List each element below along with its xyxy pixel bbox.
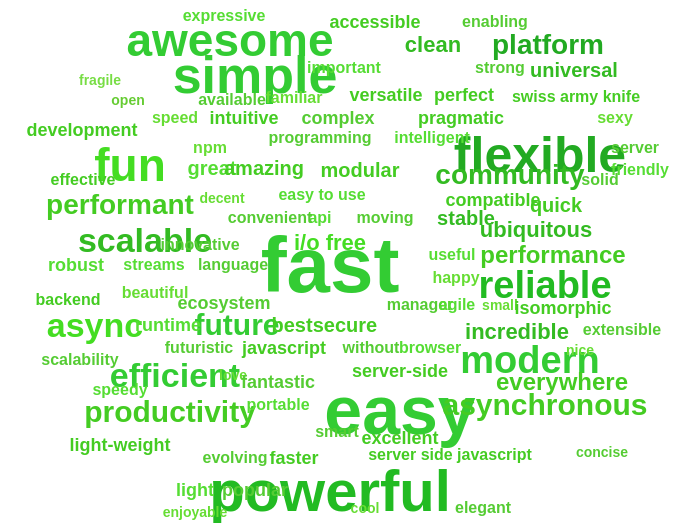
word-item: robust xyxy=(48,255,104,276)
word-item: server-side xyxy=(352,361,448,382)
word-item: speedy xyxy=(92,381,147,399)
word-item: scalability xyxy=(41,351,118,369)
word-item: programming xyxy=(268,129,371,147)
word-item: server side javascript xyxy=(368,446,532,464)
word-item: performant xyxy=(46,189,194,221)
word-item: pragmatic xyxy=(418,108,504,129)
word-item: browser xyxy=(399,339,461,357)
word-item: ubiquitous xyxy=(480,217,592,243)
word-item: extensible xyxy=(583,321,661,339)
word-item: runtime xyxy=(135,315,201,336)
word-item: best xyxy=(271,314,312,337)
word-item: convenient xyxy=(228,209,312,227)
word-item: concise xyxy=(576,444,628,460)
word-item: streams xyxy=(123,256,184,274)
word-item: modular xyxy=(321,159,400,182)
word-item: important xyxy=(307,59,381,77)
word-item: speed xyxy=(152,109,198,127)
word-item: platform xyxy=(492,29,604,61)
word-item: productivity xyxy=(84,395,256,429)
word-item: without xyxy=(343,339,400,357)
word-item: evolving xyxy=(203,449,268,467)
word-item: friendly xyxy=(611,161,669,179)
word-item: language xyxy=(198,256,268,274)
word-item: javascript xyxy=(242,338,326,359)
word-item: futuristic xyxy=(165,339,233,357)
word-item: smart xyxy=(315,423,359,441)
word-item: async xyxy=(47,306,143,345)
word-item: intuitive xyxy=(209,108,278,129)
word-item: accessible xyxy=(329,12,420,33)
word-item: decent xyxy=(199,190,244,206)
word-item: fragile xyxy=(79,72,121,88)
word-item: everywhere xyxy=(496,368,628,396)
word-item: versatile xyxy=(349,85,422,106)
word-item: clean xyxy=(405,32,461,58)
word-item: familiar xyxy=(266,89,323,107)
word-item: strong xyxy=(475,59,525,77)
word-item: open xyxy=(111,92,144,108)
word-cloud: fasteasypowerfulsimpleflexibleawesomefun… xyxy=(0,0,694,530)
word-item: moving xyxy=(357,209,414,227)
word-item: swiss army knife xyxy=(512,88,640,106)
word-item: elegant xyxy=(455,499,511,517)
word-item: complex xyxy=(301,108,374,129)
word-item: backend xyxy=(36,291,101,309)
word-item: enabling xyxy=(462,13,528,31)
word-item: community xyxy=(435,159,584,191)
word-item: performance xyxy=(480,241,625,269)
word-item: faster xyxy=(269,448,318,469)
word-item: perfect xyxy=(434,85,494,106)
word-item: amazing xyxy=(224,157,304,180)
word-item: development xyxy=(26,120,137,141)
word-item: compatible xyxy=(445,190,540,211)
word-item: nice xyxy=(566,342,594,358)
word-item: small xyxy=(482,297,518,313)
word-item: light xyxy=(176,480,214,501)
word-item: portable xyxy=(246,396,309,414)
word-item: innovative xyxy=(160,236,239,254)
word-item: sexy xyxy=(597,109,633,127)
word-item: easy to use xyxy=(278,186,365,204)
word-item: available xyxy=(198,91,266,109)
word-item: enjoyable xyxy=(163,504,228,520)
word-item: expressive xyxy=(183,7,266,25)
word-item: i/o free xyxy=(294,230,366,256)
word-item: secure xyxy=(313,314,378,337)
word-item: happy xyxy=(432,269,479,287)
word-item: server xyxy=(611,139,659,157)
word-item: light-weight xyxy=(70,435,171,456)
word-item: npm xyxy=(193,139,227,157)
word-item: useful xyxy=(428,246,475,264)
word-item: effective xyxy=(51,171,116,189)
word-item: popular xyxy=(222,480,288,501)
word-item: isomorphic xyxy=(514,298,611,319)
word-item: fantastic xyxy=(241,372,315,393)
word-item: intelligent xyxy=(394,129,470,147)
word-item: agile xyxy=(439,296,475,314)
word-item: universal xyxy=(530,59,618,82)
word-item: incredible xyxy=(465,319,569,345)
word-item: cool xyxy=(351,500,380,516)
word-item: ecosystem xyxy=(177,293,270,314)
